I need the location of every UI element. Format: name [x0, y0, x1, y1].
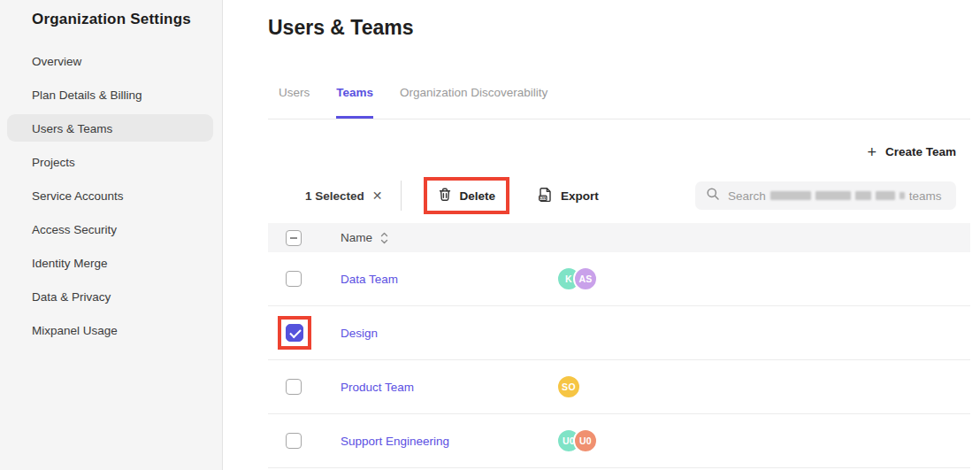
annotation-box-checkbox	[278, 316, 311, 350]
export-label: Export	[561, 189, 599, 203]
row-checkbox-cell	[268, 316, 341, 350]
member-avatar: U0	[573, 428, 598, 453]
sidebar-item-label: Mixpanel Usage	[32, 324, 118, 337]
create-team-label: Create Team	[885, 145, 956, 158]
main-content: Users & Teams Users Teams Organization D…	[223, 0, 980, 470]
create-team-button[interactable]: + Create Team	[867, 145, 956, 158]
delete-button[interactable]: Delete	[427, 181, 507, 211]
team-link[interactable]: Data Team	[341, 273, 398, 286]
search-placeholder-prefix: Search	[728, 189, 766, 203]
tab-bar: Users Teams Organization Discoverability	[268, 84, 970, 119]
sidebar-item-label: Overview	[32, 55, 81, 68]
sidebar-item-data-privacy[interactable]: Data & Privacy	[0, 280, 222, 313]
sidebar-item-label: Users & Teams	[32, 122, 112, 135]
tab-organization-discoverability[interactable]: Organization Discoverability	[400, 86, 547, 119]
redacted-text-block	[876, 191, 895, 200]
page-title: Users & Teams	[268, 16, 414, 40]
plus-icon: +	[867, 146, 877, 158]
search-input[interactable]: Search teams	[695, 181, 956, 210]
table-row: Support Engineering U0 U0	[268, 414, 970, 468]
tab-teams[interactable]: Teams	[336, 86, 373, 119]
member-avatar: AS	[573, 266, 598, 291]
sidebar-item-label: Identity Merge	[32, 257, 108, 270]
design-row-checkbox[interactable]	[286, 324, 303, 342]
row-checkbox-cell	[268, 271, 341, 287]
search-placeholder: Search teams	[728, 189, 942, 203]
redacted-text-block	[855, 191, 871, 200]
name-header-label: Name	[341, 231, 372, 244]
table-header-row: Name	[268, 223, 970, 252]
table-row: Product Team SO	[268, 360, 970, 414]
redacted-text-block	[815, 191, 851, 200]
sidebar-item-mixpanel-usage[interactable]: Mixpanel Usage	[0, 313, 222, 347]
delete-label: Delete	[460, 189, 496, 203]
team-members-cell: K AS	[556, 266, 598, 291]
clear-selection-icon[interactable]: ✕	[372, 189, 383, 203]
sidebar-title: Organization Settings	[32, 11, 222, 28]
sidebar-item-label: Projects	[32, 156, 75, 169]
team-name-cell: Design	[341, 327, 556, 340]
sidebar-item-identity-merge[interactable]: Identity Merge	[0, 246, 222, 280]
row-checkbox-cell	[268, 433, 341, 449]
page: Organization Settings Overview Plan Deta…	[0, 0, 980, 470]
redacted-text-block	[900, 192, 905, 199]
redacted-text-block	[770, 191, 811, 200]
search-placeholder-suffix: teams	[909, 189, 942, 203]
select-all-checkbox[interactable]	[286, 230, 302, 246]
sidebar-item-label: Plan Details & Billing	[32, 89, 142, 102]
annotation-box-delete: Delete	[424, 177, 510, 214]
sidebar-item-access-security[interactable]: Access Security	[0, 212, 222, 246]
csv-export-icon: csv	[538, 187, 553, 205]
sidebar-item-service-accounts[interactable]: Service Accounts	[0, 179, 222, 212]
member-avatar: SO	[556, 374, 581, 399]
team-link[interactable]: Support Engineering	[341, 435, 449, 448]
sidebar: Organization Settings Overview Plan Deta…	[0, 0, 223, 470]
team-name-cell: Support Engineering	[341, 435, 556, 448]
team-link[interactable]: Product Team	[341, 381, 414, 394]
export-button[interactable]: csv Export	[531, 181, 606, 212]
toolbar-divider	[401, 181, 402, 211]
table-row: Design	[268, 306, 970, 360]
sidebar-item-projects[interactable]: Projects	[0, 145, 222, 179]
selection-toolbar: 1 Selected ✕ Delete	[268, 178, 956, 213]
sidebar-item-overview[interactable]: Overview	[0, 44, 222, 78]
selected-count-label: 1 Selected	[305, 189, 364, 203]
table-row: Data Team K AS	[268, 252, 970, 306]
team-members-cell: U0 U0	[556, 428, 598, 453]
row-checkbox[interactable]	[286, 379, 302, 395]
row-checkbox-cell	[268, 379, 341, 395]
team-link[interactable]: Design	[341, 327, 378, 340]
team-name-cell: Data Team	[341, 273, 556, 286]
row-checkbox[interactable]	[286, 433, 302, 449]
sidebar-item-users-teams[interactable]: Users & Teams	[0, 112, 222, 145]
header-checkbox-cell	[268, 230, 341, 246]
sidebar-item-label: Data & Privacy	[32, 290, 111, 304]
sort-icon[interactable]	[380, 232, 388, 244]
team-name-cell: Product Team	[341, 381, 556, 394]
trash-icon	[438, 187, 452, 204]
search-icon	[706, 187, 720, 204]
sidebar-item-label: Service Accounts	[32, 189, 124, 203]
svg-text:csv: csv	[540, 196, 547, 200]
sidebar-item-plan-details-billing[interactable]: Plan Details & Billing	[0, 78, 222, 112]
team-members-cell: SO	[556, 374, 581, 399]
row-checkbox[interactable]	[286, 271, 302, 287]
tab-users[interactable]: Users	[279, 86, 310, 119]
sidebar-item-label: Access Security	[32, 223, 117, 236]
teams-table: Name Data Team	[268, 223, 970, 468]
sidebar-nav: Overview Plan Details & Billing Users & …	[0, 44, 222, 347]
name-column-header: Name	[341, 231, 556, 244]
